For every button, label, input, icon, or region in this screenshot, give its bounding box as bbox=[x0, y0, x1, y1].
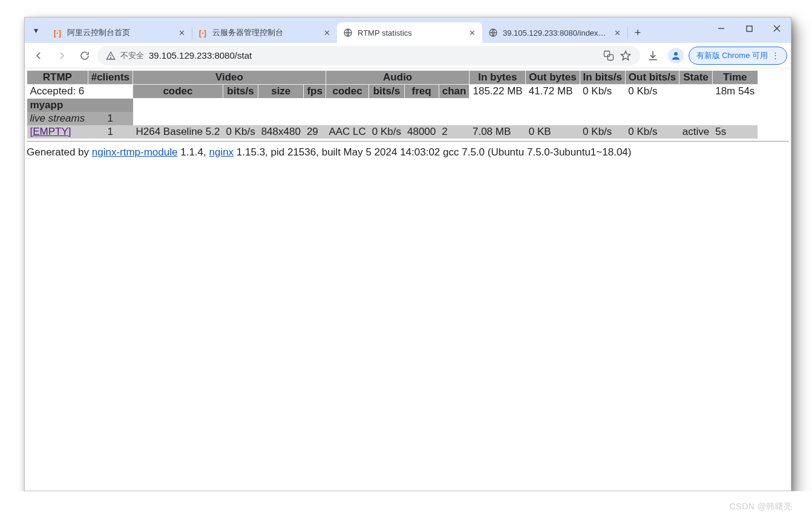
close-tab-icon[interactable]: ✕ bbox=[176, 27, 187, 38]
stream-vfps: 29 bbox=[304, 125, 326, 139]
svg-point-7 bbox=[110, 57, 111, 58]
sub-vfps: fps bbox=[304, 85, 326, 99]
app-name: myapp bbox=[27, 99, 133, 112]
tab-2[interactable]: [·] 云服务器管理控制台 ✕ bbox=[192, 22, 337, 43]
window-controls bbox=[707, 18, 791, 39]
toolbar: 不安全 39.105.129.233:8080/stat 有新版 Chrome … bbox=[25, 43, 791, 68]
tab-3-active[interactable]: RTMP statistics ✕ bbox=[337, 22, 482, 43]
update-chrome-pill[interactable]: 有新版 Chrome 可用 ⋮ bbox=[689, 47, 787, 65]
stream-outbits: 0 Kb/s bbox=[625, 125, 679, 139]
sub-abits: bits/s bbox=[369, 85, 404, 99]
col-audio: Audio bbox=[326, 71, 470, 85]
col-inbytes: In bytes bbox=[470, 71, 526, 85]
close-window-button[interactable] bbox=[763, 18, 791, 39]
profile-button[interactable] bbox=[666, 45, 686, 66]
globe-icon bbox=[343, 28, 353, 38]
sub-vbits: bits/s bbox=[223, 85, 258, 99]
tab-search-button[interactable]: ▾ bbox=[25, 18, 47, 43]
divider bbox=[27, 141, 789, 142]
chevron-down-icon: ▾ bbox=[34, 25, 38, 35]
col-video: Video bbox=[133, 71, 326, 85]
maximize-button[interactable] bbox=[735, 18, 763, 39]
page-content: RTMP #clients Video Audio In bytes Out b… bbox=[25, 68, 791, 491]
new-tab-button[interactable]: + bbox=[627, 22, 648, 43]
sub-acodec: codec bbox=[326, 85, 368, 99]
stream-vcodec: H264 Baseline 5.2 bbox=[133, 125, 223, 139]
stream-state: active bbox=[679, 125, 712, 139]
downloads-button[interactable] bbox=[643, 45, 663, 66]
stream-clients: 1 bbox=[88, 125, 133, 139]
live-streams-label: live streams bbox=[27, 112, 88, 125]
url-text: 39.105.129.233:8080/stat bbox=[149, 50, 598, 60]
srv-inbytes: 185.22 MB bbox=[470, 85, 526, 99]
globe-icon bbox=[488, 28, 498, 38]
link-nginx-rtmp-module[interactable]: nginx-rtmp-module bbox=[92, 146, 178, 158]
stream-achan: 2 bbox=[439, 125, 470, 139]
tab-4[interactable]: 39.105.129.233:8080/index.ht ✕ bbox=[482, 22, 627, 43]
gen-suffix: 1.15.3, pid 21536, built May 5 2024 14:0… bbox=[234, 146, 631, 158]
update-label: 有新版 Chrome 可用 bbox=[696, 50, 768, 61]
gen-mid: 1.1.4, bbox=[177, 146, 209, 158]
col-time: Time bbox=[712, 71, 758, 85]
srv-time: 18m 54s bbox=[712, 85, 758, 99]
not-secure-icon bbox=[106, 51, 116, 60]
svg-point-10 bbox=[674, 52, 678, 56]
stream-acodec: AAC LC bbox=[326, 125, 368, 139]
col-outbytes: Out bytes bbox=[526, 71, 580, 85]
bookmark-star-icon[interactable] bbox=[620, 50, 632, 62]
avatar-icon bbox=[668, 48, 684, 64]
tab-title: 39.105.129.233:8080/index.ht bbox=[503, 28, 607, 38]
stream-row: [EMPTY] 1 H264 Baseline 5.2 0 Kb/s 848x4… bbox=[27, 125, 758, 139]
close-tab-icon[interactable]: ✕ bbox=[467, 27, 477, 38]
rtmp-stats-table: RTMP #clients Video Audio In bytes Out b… bbox=[27, 70, 758, 139]
browser-window: ▾ [·] 阿里云控制台首页 ✕ [·] 云服务器管理控制台 ✕ RTMP st… bbox=[24, 17, 791, 491]
stream-vsize: 848x480 bbox=[258, 125, 304, 139]
back-button[interactable] bbox=[28, 45, 49, 66]
stream-time: 5s bbox=[712, 125, 758, 139]
security-label: 不安全 bbox=[120, 50, 144, 61]
srv-outbytes: 41.72 MB bbox=[526, 85, 580, 99]
sub-vcodec: codec bbox=[133, 85, 223, 99]
stream-inbits: 0 Kb/s bbox=[580, 125, 625, 139]
stream-afreq: 48000 bbox=[404, 125, 439, 139]
minimize-button[interactable] bbox=[707, 18, 735, 39]
omnibox[interactable]: 不安全 39.105.129.233:8080/stat bbox=[97, 46, 640, 65]
svg-rect-8 bbox=[604, 51, 609, 56]
col-state: State bbox=[679, 71, 712, 85]
forward-button[interactable] bbox=[51, 45, 72, 66]
stream-vbits: 0 Kb/s bbox=[223, 125, 258, 139]
col-outbits: Out bits/s bbox=[625, 71, 679, 85]
tab-strip: ▾ [·] 阿里云控制台首页 ✕ [·] 云服务器管理控制台 ✕ RTMP st… bbox=[25, 18, 791, 43]
svg-rect-9 bbox=[607, 54, 613, 60]
close-tab-icon[interactable]: ✕ bbox=[321, 27, 332, 38]
link-nginx[interactable]: nginx bbox=[209, 146, 234, 158]
stream-outbytes: 0 KB bbox=[526, 125, 580, 139]
sub-achan: chan bbox=[439, 85, 470, 99]
close-tab-icon[interactable]: ✕ bbox=[612, 27, 623, 38]
accepted-cell: Accepted: 6 bbox=[27, 85, 88, 99]
sub-vsize: size bbox=[258, 85, 304, 99]
aliyun-icon: [·] bbox=[198, 28, 208, 38]
stream-inbytes: 7.08 MB bbox=[470, 125, 526, 139]
svg-rect-3 bbox=[747, 26, 752, 31]
stream-name-link[interactable]: [EMPTY] bbox=[30, 126, 71, 137]
reload-button[interactable] bbox=[74, 45, 95, 66]
tab-title: 阿里云控制台首页 bbox=[67, 27, 171, 38]
stream-abits: 0 Kb/s bbox=[369, 125, 404, 139]
sub-afreq: freq bbox=[404, 85, 439, 99]
col-inbits: In bits/s bbox=[580, 71, 625, 85]
srv-outbits: 0 Kb/s bbox=[625, 85, 679, 99]
tab-title: 云服务器管理控制台 bbox=[212, 27, 316, 38]
live-streams-count: 1 bbox=[88, 112, 133, 125]
generated-by: Generated by nginx-rtmp-module 1.1.4, ng… bbox=[27, 146, 789, 158]
col-clients: #clients bbox=[88, 71, 133, 85]
tab-1[interactable]: [·] 阿里云控制台首页 ✕ bbox=[47, 22, 192, 43]
aliyun-icon: [·] bbox=[53, 28, 62, 38]
menu-dots-icon: ⋮ bbox=[771, 51, 779, 60]
gen-prefix: Generated by bbox=[27, 146, 92, 158]
srv-inbits: 0 Kb/s bbox=[580, 85, 625, 99]
tab-title: RTMP statistics bbox=[358, 28, 462, 38]
translate-icon[interactable] bbox=[603, 50, 615, 62]
col-rtmp: RTMP bbox=[27, 71, 88, 85]
